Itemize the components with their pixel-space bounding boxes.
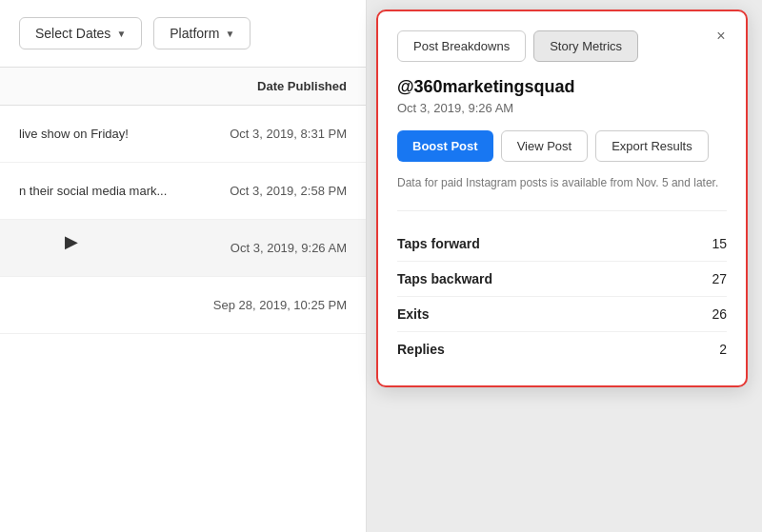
row-text: live show on Friday! <box>19 127 230 141</box>
select-dates-button[interactable]: Select Dates ▼ <box>19 17 142 49</box>
metric-row-taps-forward: Taps forward 15 <box>397 227 727 262</box>
tabs-row: Post Breakdowns Story Metrics <box>397 30 727 62</box>
story-metrics-panel: × Post Breakdowns Story Metrics @360mark… <box>376 10 748 387</box>
left-panel: Select Dates ▼ Platform ▼ Date Published… <box>0 0 367 532</box>
table-row-selected[interactable]: Oct 3, 2019, 9:26 AM ▶ <box>0 220 366 277</box>
info-text: Data for paid Instagram posts is availab… <box>397 175 727 191</box>
toolbar: Select Dates ▼ Platform ▼ <box>0 0 366 68</box>
table-row[interactable]: live show on Friday! Oct 3, 2019, 8:31 P… <box>0 106 366 163</box>
tab-post-breakdowns[interactable]: Post Breakdowns <box>397 30 526 62</box>
tab-story-metrics[interactable]: Story Metrics <box>533 30 638 62</box>
table-header: Date Published <box>0 68 366 106</box>
row-text: n their social media mark... <box>19 184 230 198</box>
metric-value: 2 <box>719 342 727 357</box>
row-date: Sep 28, 2019, 10:25 PM <box>213 298 347 312</box>
metric-row-replies: Replies 2 <box>397 332 727 366</box>
metric-value: 26 <box>712 306 727 322</box>
row-date: Oct 3, 2019, 2:58 PM <box>230 184 347 198</box>
select-dates-label: Select Dates <box>35 26 110 41</box>
row-date: Oct 3, 2019, 8:31 PM <box>230 127 347 141</box>
metrics-table: Taps forward 15 Taps backward 27 Exits 2… <box>397 227 727 366</box>
action-buttons: Boost Post View Post Export Results <box>397 130 727 162</box>
view-post-button[interactable]: View Post <box>501 130 589 162</box>
date-published-header: Date Published <box>257 79 347 93</box>
table-row[interactable]: Sep 28, 2019, 10:25 PM <box>0 277 366 334</box>
platform-label: Platform <box>170 26 219 41</box>
table-row[interactable]: n their social media mark... Oct 3, 2019… <box>0 163 366 220</box>
export-results-button[interactable]: Export Results <box>595 130 709 162</box>
row-date: Oct 3, 2019, 9:26 AM <box>231 241 347 255</box>
close-button[interactable]: × <box>710 25 732 48</box>
metric-row-taps-backward: Taps backward 27 <box>397 262 727 297</box>
divider <box>397 210 727 211</box>
cursor-icon: ▶ <box>65 231 78 252</box>
platform-button[interactable]: Platform ▼ <box>153 17 251 49</box>
metric-value: 27 <box>712 271 727 286</box>
metric-label: Exits <box>397 306 429 322</box>
metric-label: Replies <box>397 342 445 357</box>
account-name: @360marketingsquad <box>397 77 727 97</box>
select-dates-chevron-icon: ▼ <box>116 29 126 39</box>
metric-value: 15 <box>712 236 727 251</box>
metric-label: Taps backward <box>397 271 492 286</box>
platform-chevron-icon: ▼ <box>225 29 234 39</box>
metric-row-exits: Exits 26 <box>397 297 727 332</box>
metric-label: Taps forward <box>397 236 480 251</box>
post-date: Oct 3, 2019, 9:26 AM <box>397 101 727 115</box>
boost-post-button[interactable]: Boost Post <box>397 130 493 162</box>
